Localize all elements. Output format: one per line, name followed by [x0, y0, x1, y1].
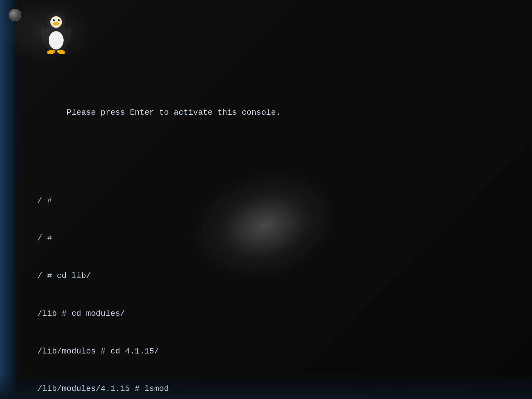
cmd-line-4: /lib # cd modules/ — [37, 307, 388, 320]
terminal[interactable]: Please press Enter to activate this cons… — [37, 69, 388, 399]
cmd-line-6: /lib/modules/4.1.15 # lsmod — [37, 382, 388, 395]
cmd-cd-version: /lib/modules # cd 4.1.15/ — [37, 347, 159, 356]
cmd-line-2: / # — [37, 232, 388, 244]
cmd-cd-lib: / # cd lib/ — [37, 271, 91, 281]
svg-point-6 — [53, 19, 55, 21]
prompt-1: / # — [37, 196, 52, 205]
press-enter-text: Please press Enter to activate this cons… — [67, 108, 281, 117]
cmd-line-3: / # cd lib/ — [37, 270, 388, 282]
cmd-cd-modules: /lib # cd modules/ — [37, 309, 125, 318]
tux-logo-area — [31, 6, 94, 69]
cmd-lsmod: /lib/modules/4.1.15 # lsmod — [37, 384, 169, 393]
svg-point-9 — [59, 19, 60, 20]
blank-line1 — [37, 156, 388, 169]
screen: Please press Enter to activate this cons… — [0, 0, 532, 399]
press-enter-line: Please press Enter to activate this cons… — [37, 94, 388, 132]
svg-point-7 — [58, 19, 60, 21]
cmd-line-5: /lib/modules # cd 4.1.15/ — [37, 345, 388, 358]
cmd-line-1: / # — [37, 194, 388, 207]
tux-icon — [31, 6, 81, 56]
svg-point-10 — [53, 22, 59, 26]
svg-point-1 — [49, 31, 64, 50]
screw — [9, 9, 21, 21]
left-edge — [0, 0, 19, 399]
svg-point-8 — [54, 19, 55, 20]
prompt-2: / # — [37, 233, 52, 243]
